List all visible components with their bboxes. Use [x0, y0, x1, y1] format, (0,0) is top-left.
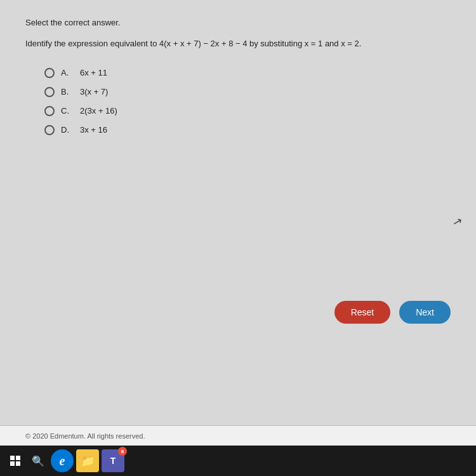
instruction-text: Select the correct answer.: [25, 18, 451, 27]
options-list: A. 6x + 11 B. 3(x + 7) C. 2(3x + 16) D. …: [44, 68, 451, 135]
radio-c[interactable]: [44, 106, 55, 116]
option-label-d: D.: [61, 125, 74, 135]
option-row-c[interactable]: C. 2(3x + 16): [44, 106, 451, 116]
footer-text: © 2020 Edmentum. All rights reserved.: [25, 432, 145, 440]
teams-app-button[interactable]: T 8: [102, 449, 124, 472]
folder-app-button[interactable]: 📁: [76, 449, 99, 472]
search-button[interactable]: 🔍: [28, 451, 48, 471]
option-text-c: 2(3x + 16): [80, 106, 117, 116]
option-label-b: B.: [61, 87, 74, 96]
screen: Select the correct answer. Identify the …: [0, 0, 476, 476]
question-text: Identify the expression equivalent to 4(…: [25, 37, 451, 50]
option-row-a[interactable]: A. 6x + 11: [44, 68, 451, 78]
folder-icon: 📁: [81, 454, 95, 468]
reset-button[interactable]: Reset: [334, 301, 391, 324]
windows-icon: [10, 456, 20, 466]
teams-icon: T: [110, 456, 116, 466]
edge-icon: e: [60, 454, 65, 468]
taskbar: 🔍 e 📁 T 8: [0, 446, 476, 476]
option-text-d: 3x + 16: [80, 125, 107, 135]
option-row-b[interactable]: B. 3(x + 7): [44, 87, 451, 97]
search-icon: 🔍: [32, 455, 44, 467]
edge-app-button[interactable]: e: [51, 449, 74, 472]
buttons-row: Reset Next: [334, 301, 451, 324]
option-label-a: A.: [61, 68, 74, 77]
radio-b[interactable]: [44, 87, 55, 97]
next-button[interactable]: Next: [399, 301, 451, 324]
option-text-b: 3(x + 7): [80, 87, 108, 96]
content-area: Select the correct answer. Identify the …: [0, 0, 476, 425]
option-text-a: 6x + 11: [80, 68, 107, 77]
teams-badge: 8: [118, 447, 127, 456]
radio-d[interactable]: [44, 125, 55, 135]
windows-button[interactable]: [5, 451, 25, 471]
option-row-d[interactable]: D. 3x + 16: [44, 125, 451, 135]
footer: © 2020 Edmentum. All rights reserved.: [0, 425, 476, 446]
cursor-arrow: ↗: [451, 213, 463, 229]
option-label-c: C.: [61, 106, 74, 116]
radio-a[interactable]: [44, 68, 55, 78]
